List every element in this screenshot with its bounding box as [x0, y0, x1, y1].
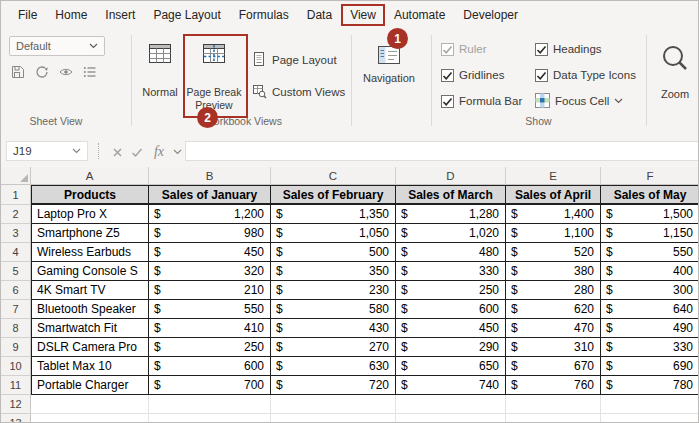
col-header-D[interactable]: D [396, 167, 506, 185]
focus-cell-button[interactable]: Focus Cell [535, 93, 623, 109]
col-header-A[interactable]: A [31, 167, 149, 185]
cell-D7[interactable]: $600 [396, 300, 506, 319]
cell-A4[interactable]: Wireless Earbuds [31, 243, 149, 262]
zoom-button[interactable]: Zoom [651, 34, 699, 122]
cell-D8[interactable]: $450 [396, 319, 506, 338]
cell-F9[interactable]: $330 [601, 338, 699, 357]
cell-C9[interactable]: $270 [271, 338, 396, 357]
cell-E12[interactable] [506, 395, 601, 414]
menu-item-formulas[interactable]: Formulas [230, 4, 298, 26]
menu-item-insert[interactable]: Insert [96, 4, 144, 26]
row-header-2[interactable]: 2 [1, 205, 31, 224]
col-header-E[interactable]: E [506, 167, 601, 185]
sheet-view-options-icon[interactable] [81, 63, 99, 81]
row-header-4[interactable]: 4 [1, 243, 31, 262]
cell-F1[interactable]: Sales of May [601, 185, 699, 205]
row-header-5[interactable]: 5 [1, 262, 31, 281]
cell-B4[interactable]: $450 [149, 243, 271, 262]
cancel-button[interactable] [109, 144, 125, 160]
keep-sheet-view-icon[interactable] [9, 63, 27, 81]
cell-C12[interactable] [271, 395, 396, 414]
cell-D5[interactable]: $330 [396, 262, 506, 281]
cell-F7[interactable]: $640 [601, 300, 699, 319]
row-header-11[interactable]: 11 [1, 376, 31, 395]
cell-B7[interactable]: $550 [149, 300, 271, 319]
cell-A3[interactable]: Smartphone Z5 [31, 224, 149, 243]
cell-C7[interactable]: $580 [271, 300, 396, 319]
cell-C4[interactable]: $500 [271, 243, 396, 262]
cell-E9[interactable]: $310 [506, 338, 601, 357]
menu-item-data[interactable]: Data [298, 4, 341, 26]
row-header-3[interactable]: 3 [1, 224, 31, 243]
row-header-6[interactable]: 6 [1, 281, 31, 300]
menu-item-home[interactable]: Home [46, 4, 96, 26]
cell-D6[interactable]: $250 [396, 281, 506, 300]
cell-F3[interactable]: $1,150 [601, 224, 699, 243]
cell-C3[interactable]: $1,050 [271, 224, 396, 243]
cell-B6[interactable]: $210 [149, 281, 271, 300]
col-header-C[interactable]: C [271, 167, 396, 185]
formula-bar-checkbox[interactable]: Formula Bar [441, 93, 522, 109]
page-layout-button[interactable]: Page Layout [251, 50, 337, 70]
select-all-corner[interactable] [1, 167, 31, 185]
cell-F4[interactable]: $550 [601, 243, 699, 262]
cell-F10[interactable]: $690 [601, 357, 699, 376]
cell-D1[interactable]: Sales of March [396, 185, 506, 205]
cell-E10[interactable]: $670 [506, 357, 601, 376]
cell-A13[interactable] [31, 414, 149, 423]
cell-F13[interactable] [601, 414, 699, 423]
cell-D12[interactable] [396, 395, 506, 414]
col-header-F[interactable]: F [601, 167, 699, 185]
menu-item-file[interactable]: File [9, 4, 46, 26]
cell-B9[interactable]: $250 [149, 338, 271, 357]
cell-E5[interactable]: $380 [506, 262, 601, 281]
formula-input[interactable] [185, 141, 698, 161]
row-header-13[interactable]: 13 [1, 414, 31, 423]
menu-item-developer[interactable]: Developer [454, 4, 527, 26]
cell-A5[interactable]: Gaming Console S [31, 262, 149, 281]
cell-E2[interactable]: $1,400 [506, 205, 601, 224]
data-type-icons-checkbox[interactable]: Data Type Icons [535, 67, 636, 83]
cell-B13[interactable] [149, 414, 271, 423]
enter-button[interactable] [129, 144, 145, 160]
cell-A7[interactable]: Bluetooth Speaker [31, 300, 149, 319]
cell-E3[interactable]: $1,100 [506, 224, 601, 243]
cell-C10[interactable]: $630 [271, 357, 396, 376]
cell-A12[interactable] [31, 395, 149, 414]
cell-E11[interactable]: $760 [506, 376, 601, 395]
row-header-7[interactable]: 7 [1, 300, 31, 319]
cell-C5[interactable]: $350 [271, 262, 396, 281]
cell-B3[interactable]: $980 [149, 224, 271, 243]
cell-D3[interactable]: $1,020 [396, 224, 506, 243]
cell-E4[interactable]: $520 [506, 243, 601, 262]
cell-C1[interactable]: Sales of February [271, 185, 396, 205]
name-box[interactable]: J19 [6, 141, 88, 161]
cell-B11[interactable]: $700 [149, 376, 271, 395]
cell-C6[interactable]: $230 [271, 281, 396, 300]
cell-B2[interactable]: $1,200 [149, 205, 271, 224]
cell-B1[interactable]: Sales of January [149, 185, 271, 205]
cell-A10[interactable]: Tablet Max 10 [31, 357, 149, 376]
row-header-1[interactable]: 1 [1, 185, 31, 205]
cell-E8[interactable]: $470 [506, 319, 601, 338]
cell-F12[interactable] [601, 395, 699, 414]
menu-item-view[interactable]: View [341, 4, 385, 26]
navigation-button[interactable]: Navigation [355, 34, 423, 122]
cell-A2[interactable]: Laptop Pro X [31, 205, 149, 224]
cell-D10[interactable]: $650 [396, 357, 506, 376]
row-header-9[interactable]: 9 [1, 338, 31, 357]
cell-F6[interactable]: $300 [601, 281, 699, 300]
cell-C13[interactable] [271, 414, 396, 423]
cell-B10[interactable]: $600 [149, 357, 271, 376]
row-header-10[interactable]: 10 [1, 357, 31, 376]
headings-checkbox[interactable]: Headings [535, 41, 602, 57]
cell-D4[interactable]: $480 [396, 243, 506, 262]
formula-bar-expand-button[interactable] [169, 144, 185, 160]
cell-E6[interactable]: $280 [506, 281, 601, 300]
ruler-checkbox[interactable]: Ruler [441, 41, 486, 57]
cell-B12[interactable] [149, 395, 271, 414]
cell-D9[interactable]: $290 [396, 338, 506, 357]
cell-C11[interactable]: $720 [271, 376, 396, 395]
cell-B8[interactable]: $410 [149, 319, 271, 338]
custom-views-button[interactable]: Custom Views [251, 82, 345, 102]
